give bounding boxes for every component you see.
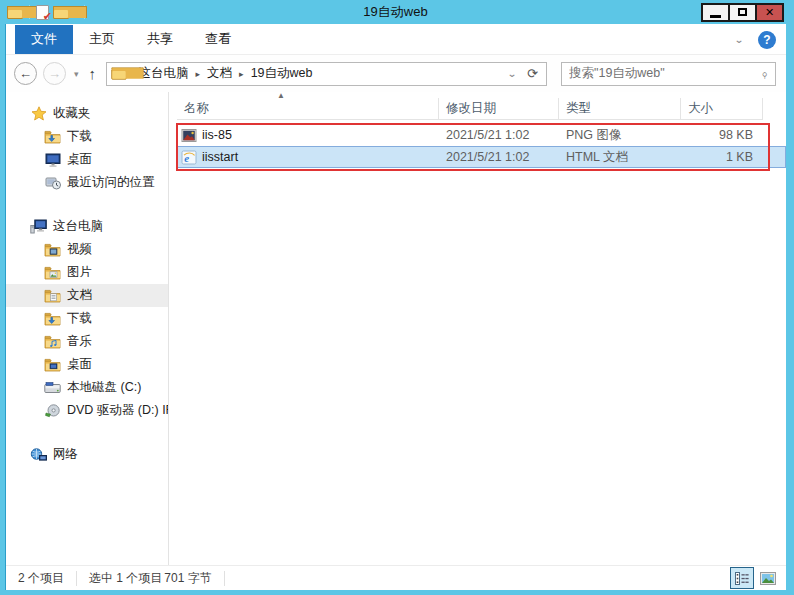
selection-size: 701 字节 <box>164 570 211 587</box>
title-bar: ▾ 19自动web ✕ <box>5 0 786 24</box>
column-header-size[interactable]: 大小 <box>681 98 763 120</box>
sidebar-group-这台电脑[interactable]: 这台电脑 <box>6 215 168 238</box>
search-box[interactable]: 搜索"19自动web" ⌕ <box>561 62 776 86</box>
column-header-type[interactable]: 类型 <box>559 98 681 120</box>
search-placeholder: 搜索"19自动web" <box>569 65 761 82</box>
folder-desktop-icon <box>44 357 61 373</box>
sidebar-item-下载[interactable]: 下载 <box>6 307 168 330</box>
window-title: 19自动web <box>5 3 786 21</box>
thumbnails-view-button[interactable] <box>756 567 780 589</box>
sidebar-item-桌面[interactable]: 桌面 <box>6 148 168 171</box>
file-name: iis-85 <box>202 128 232 142</box>
sidebar-item-视频[interactable]: 视频 <box>6 238 168 261</box>
folder-video-icon <box>44 242 61 258</box>
sidebar-item-桌面[interactable]: 桌面 <box>6 353 168 376</box>
sidebar-item-label: 下载 <box>67 310 92 327</box>
column-header-name[interactable]: 名称▲ <box>177 98 439 120</box>
back-button[interactable]: ← <box>14 62 37 85</box>
computer-icon <box>30 219 47 235</box>
navigation-pane: 收藏夹 下载桌面最近访问的位置这台电脑 视频 图片 文档 下载 音乐 桌面本地磁… <box>6 92 169 565</box>
sidebar-item-label: 桌面 <box>67 356 92 373</box>
sidebar-group-label: 这台电脑 <box>53 218 103 235</box>
dvd-icon <box>44 403 61 419</box>
breadcrumb-item[interactable]: 19自动web <box>244 65 320 82</box>
star-icon <box>30 106 47 122</box>
desktop-icon <box>44 152 61 168</box>
folder-picture-icon <box>44 265 61 281</box>
file-name: iisstart <box>202 150 238 164</box>
file-size-cell: 1 KB <box>681 150 753 164</box>
ribbon-tab-bar: 文件主页共享查看 ⌄ ? <box>6 24 786 55</box>
column-header-date[interactable]: 修改日期 <box>439 98 559 120</box>
explorer-window: ▾ 19自动web ✕ 文件主页共享查看 ⌄ ? ← → ▾ ↑ ▸这台 <box>0 0 794 595</box>
sidebar-item-label: 文档 <box>67 287 92 304</box>
folder-download-icon <box>44 129 61 145</box>
new-folder-icon[interactable] <box>53 6 69 19</box>
folder-music-icon <box>44 334 61 350</box>
file-name-cell: iis-85 <box>177 127 439 143</box>
minimize-button[interactable] <box>701 3 730 22</box>
sidebar-item-label: 本地磁盘 (C:) <box>67 379 141 396</box>
file-modified-cell: 2021/5/21 1:02 <box>439 150 559 164</box>
address-bar[interactable]: ▸这台电脑▸文档▸19自动web ⌄ ⟳ <box>106 62 547 86</box>
thumbnails-view-icon <box>760 572 776 585</box>
sidebar-group-label: 收藏夹 <box>53 105 91 122</box>
sidebar-item-本地磁盘 (C:)[interactable]: 本地磁盘 (C:) <box>6 376 168 399</box>
file-list-pane: 名称▲修改日期类型大小 iis-852021/5/21 1:02PNG 图像98… <box>169 92 786 565</box>
png-image-icon <box>181 127 197 143</box>
quick-access-toolbar: ▾ <box>5 5 87 20</box>
recent-icon <box>44 175 61 191</box>
file-row-iisstart[interactable]: eiisstart2021/5/21 1:02HTML 文档1 KB <box>177 146 786 168</box>
file-row-iis-85[interactable]: iis-852021/5/21 1:02PNG 图像98 KB <box>177 124 786 146</box>
sidebar-item-label: DVD 驱动器 (D:) IR <box>67 402 169 419</box>
sidebar-item-label: 下载 <box>67 128 92 145</box>
up-button[interactable]: ↑ <box>89 65 97 82</box>
details-view-icon <box>735 572 749 585</box>
tab-查看[interactable]: 查看 <box>189 25 247 54</box>
sidebar-item-文档[interactable]: 文档 <box>6 284 168 307</box>
sidebar-item-DVD 驱动器 (D:) IR[interactable]: DVD 驱动器 (D:) IR <box>6 399 168 422</box>
navigation-toolbar: ← → ▾ ↑ ▸这台电脑▸文档▸19自动web ⌄ ⟳ 搜索"19自动web"… <box>6 55 786 92</box>
maximize-button[interactable] <box>728 3 757 22</box>
location-folder-icon <box>111 67 126 79</box>
app-folder-icon <box>7 6 23 19</box>
ribbon-collapse-icon[interactable]: ⌄ <box>734 34 744 45</box>
sidebar-item-label: 图片 <box>67 264 92 281</box>
ie-html-icon: e <box>181 149 197 165</box>
selection-info: 选中 1 个项目 701 字节 <box>77 571 225 586</box>
selection-count: 选中 1 个项目 <box>89 570 162 587</box>
sidebar-group-网络[interactable]: 网络 <box>6 443 168 466</box>
network-icon <box>30 447 47 463</box>
disk-icon <box>44 380 61 396</box>
help-icon[interactable]: ? <box>758 31 776 49</box>
address-dropdown-icon[interactable]: ⌄ <box>507 68 517 79</box>
tab-文件[interactable]: 文件 <box>15 25 73 54</box>
tab-共享[interactable]: 共享 <box>131 25 189 54</box>
properties-icon[interactable] <box>36 5 49 20</box>
sidebar-item-label: 桌面 <box>67 151 92 168</box>
column-header-row: 名称▲修改日期类型大小 <box>169 94 786 124</box>
recent-locations-dropdown-icon[interactable]: ▾ <box>74 69 79 79</box>
sidebar-item-图片[interactable]: 图片 <box>6 261 168 284</box>
folder-doc-icon <box>44 288 61 304</box>
tab-主页[interactable]: 主页 <box>73 25 131 54</box>
sort-ascending-icon: ▲ <box>277 92 285 100</box>
file-name-cell: eiisstart <box>177 149 439 165</box>
sidebar-group-收藏夹[interactable]: 收藏夹 <box>6 102 168 125</box>
file-type-cell: HTML 文档 <box>559 149 681 166</box>
file-type-cell: PNG 图像 <box>559 127 681 144</box>
close-button[interactable]: ✕ <box>755 3 784 22</box>
sidebar-group-label: 网络 <box>53 446 78 463</box>
sidebar-item-label: 视频 <box>67 241 92 258</box>
sidebar-item-最近访问的位置[interactable]: 最近访问的位置 <box>6 171 168 194</box>
refresh-icon[interactable]: ⟳ <box>527 66 538 81</box>
breadcrumb-item[interactable]: 文档 <box>200 65 239 82</box>
sidebar-item-下载[interactable]: 下载 <box>6 125 168 148</box>
file-modified-cell: 2021/5/21 1:02 <box>439 128 559 142</box>
item-count: 2 个项目 <box>6 571 77 586</box>
details-view-button[interactable] <box>730 567 754 589</box>
sidebar-item-label: 最近访问的位置 <box>67 174 155 191</box>
folder-download-icon <box>44 311 61 327</box>
window-controls: ✕ <box>703 3 784 22</box>
sidebar-item-音乐[interactable]: 音乐 <box>6 330 168 353</box>
